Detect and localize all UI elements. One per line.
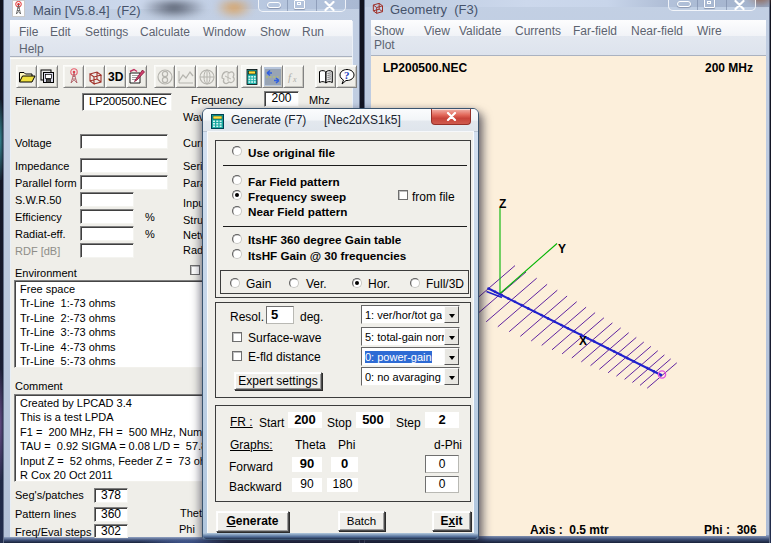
- svg-text:Z: Z: [499, 197, 506, 211]
- svg-text:X: X: [579, 334, 587, 348]
- svg-text:Y: Y: [558, 242, 566, 256]
